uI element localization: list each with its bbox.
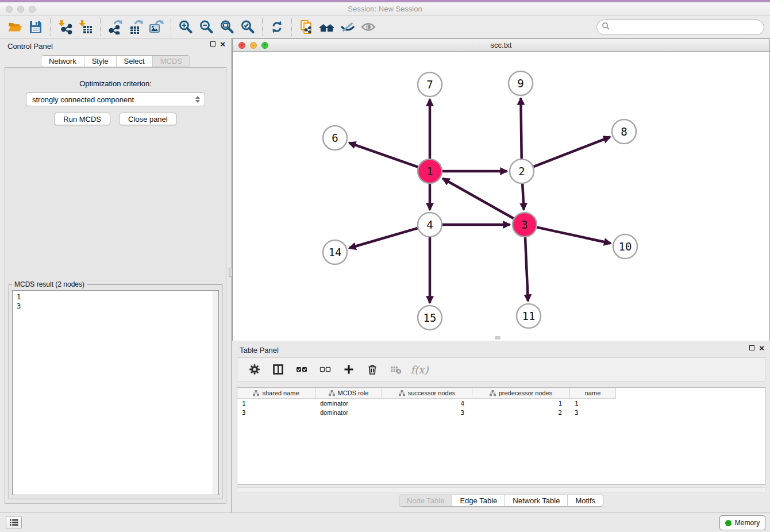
table-tab-node-table[interactable]: Node Table <box>399 495 453 506</box>
edge-2-9[interactable] <box>521 98 521 159</box>
table-hscroll-track[interactable] <box>237 487 765 492</box>
mcds-tab-content: Optimization criterion: strongly connect… <box>5 67 226 504</box>
node-label-15: 15 <box>424 311 437 324</box>
memory-label: Memory <box>735 519 760 527</box>
canvas-hscroll-handle[interactable] <box>495 336 500 340</box>
zoom-selected-icon[interactable] <box>237 18 258 36</box>
cell[interactable]: dominator <box>315 400 382 407</box>
column-label: name <box>585 390 601 396</box>
clone-network-icon[interactable] <box>296 18 317 36</box>
edge-3-10[interactable] <box>537 228 610 244</box>
close-table-panel-icon[interactable]: × <box>759 345 764 350</box>
edge-2-3[interactable] <box>522 184 523 210</box>
table-toolbar: f(x) <box>237 357 765 381</box>
node-label-2: 2 <box>518 165 525 178</box>
show-eye-icon[interactable] <box>358 18 379 36</box>
hide-selected-icon[interactable] <box>337 18 358 36</box>
node-label-7: 7 <box>426 78 433 91</box>
column-label: successor nodes <box>408 390 456 396</box>
column-header-successor-nodes[interactable]: successor nodes <box>382 388 472 399</box>
cell[interactable]: 1 <box>237 400 315 407</box>
cell[interactable]: 1 <box>472 400 570 407</box>
cell[interactable]: 4 <box>382 400 472 407</box>
task-history-button[interactable] <box>6 516 22 529</box>
edge-3-11[interactable] <box>525 237 528 301</box>
search-input[interactable] <box>613 23 759 32</box>
memory-status-dot <box>725 520 732 526</box>
add-row-icon[interactable] <box>342 363 356 376</box>
import-network-icon[interactable] <box>55 18 75 36</box>
table-row[interactable]: 3dominator323 <box>237 408 765 417</box>
table-tab-edge-table[interactable]: Edge Table <box>452 495 505 506</box>
edge-2-8[interactable] <box>534 137 610 167</box>
export-network-icon[interactable] <box>105 18 125 36</box>
list-icon <box>10 519 18 526</box>
node-label-4: 4 <box>426 218 433 231</box>
open-session-icon[interactable] <box>5 18 25 36</box>
table-tab-network-table[interactable]: Network Table <box>505 495 568 506</box>
float-table-panel-icon[interactable] <box>749 345 754 350</box>
table-tab-group: Node TableEdge TableNetwork TableMotifs <box>399 495 603 507</box>
cell[interactable]: 3 <box>237 409 315 417</box>
result-line: 1 <box>17 292 214 302</box>
criterion-value: strongly connected component <box>32 95 134 104</box>
run-mcds-button[interactable]: Run MCDS <box>54 113 110 125</box>
close-panel-button[interactable]: Close panel <box>119 113 177 125</box>
table-tab-motifs[interactable]: Motifs <box>568 495 603 506</box>
node-label-3: 3 <box>521 218 528 231</box>
tab-style[interactable]: Style <box>84 56 117 67</box>
select-all-icon[interactable] <box>295 363 309 376</box>
column-type-icon <box>490 390 496 396</box>
node-label-11: 11 <box>522 310 536 322</box>
column-header-shared-name[interactable]: shared name <box>237 388 315 399</box>
control-panel-header: Control Panel × <box>0 38 231 53</box>
control-panel: Control Panel × NetworkStyleSelectMCDS O… <box>0 38 232 512</box>
node-label-8: 8 <box>621 125 627 138</box>
home-neighbors-icon[interactable] <box>317 18 337 36</box>
column-header-MCDS-role[interactable]: MCDS role <box>315 388 382 399</box>
criterion-dropdown[interactable]: strongly connected component <box>26 92 205 106</box>
column-header-predecessor-nodes[interactable]: predecessor nodes <box>472 388 570 399</box>
app-title: Session: New Session <box>0 5 770 13</box>
search-box[interactable] <box>596 20 764 35</box>
refresh-icon[interactable] <box>267 18 287 36</box>
column-header-name[interactable]: name <box>570 388 616 399</box>
tab-network[interactable]: Network <box>41 56 84 67</box>
network-canvas[interactable]: 7968124314101511 <box>233 52 769 341</box>
result-scrollbar[interactable] <box>213 291 218 494</box>
toolbar-separator <box>50 18 51 36</box>
zoom-out-icon[interactable] <box>196 18 217 36</box>
network-window-titlebar[interactable]: × − + scc.txt <box>233 39 769 52</box>
cell[interactable]: 3 <box>570 409 616 417</box>
table-panel-title: Table Panel <box>240 346 279 354</box>
tab-mcds[interactable]: MCDS <box>153 56 190 67</box>
search-icon <box>602 22 610 33</box>
gear-icon[interactable] <box>248 363 261 376</box>
app-titlebar: Session: New Session <box>0 2 770 16</box>
cell[interactable]: dominator <box>315 409 382 416</box>
zoom-fit-icon[interactable] <box>217 18 237 36</box>
deselect-all-icon[interactable] <box>318 363 332 376</box>
close-panel-icon[interactable]: × <box>220 41 225 47</box>
table-row[interactable]: 1dominator411 <box>237 399 765 408</box>
import-table-icon[interactable] <box>75 18 96 36</box>
cell[interactable]: 2 <box>472 409 570 417</box>
result-line: 3 <box>17 302 214 311</box>
tab-select[interactable]: Select <box>117 56 153 67</box>
edge-1-6[interactable] <box>349 143 418 167</box>
delete-row-icon[interactable] <box>365 363 379 376</box>
edge-3-1[interactable] <box>443 179 514 218</box>
mcds-result-title: MCDS result (2 nodes) <box>12 280 87 288</box>
memory-button[interactable]: Memory <box>719 515 765 530</box>
cell[interactable]: 3 <box>382 409 472 417</box>
column-type-icon <box>253 390 259 396</box>
export-table-icon[interactable] <box>125 18 146 36</box>
float-panel-icon[interactable] <box>210 41 215 47</box>
cell[interactable]: 1 <box>570 400 616 407</box>
save-session-icon[interactable] <box>25 18 46 36</box>
columns-icon[interactable] <box>271 363 285 376</box>
network-graph[interactable]: 7968124314101511 <box>233 52 769 341</box>
export-image-icon[interactable] <box>146 18 167 36</box>
edge-4-14[interactable] <box>349 228 418 248</box>
zoom-in-icon[interactable] <box>175 18 196 36</box>
